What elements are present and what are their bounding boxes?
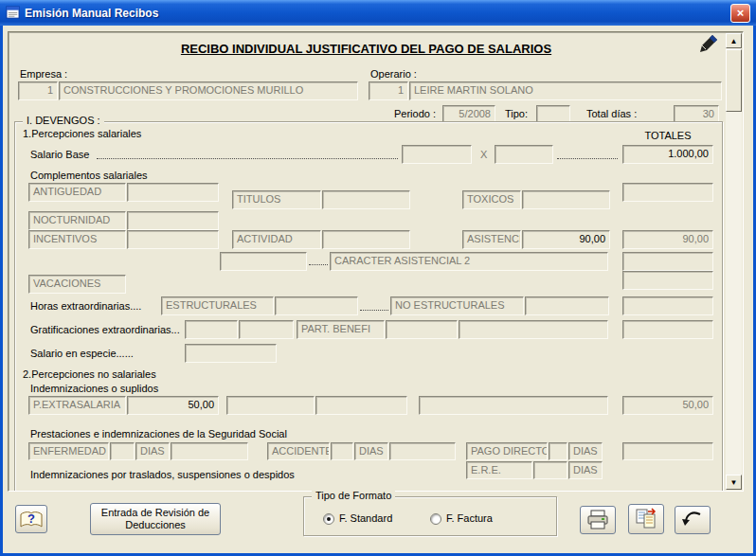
total-dias-label: Total días : [586,108,637,119]
revision-deducciones-button[interactable]: Entrada de Revisión de Deducciones [90,503,221,535]
part-benefi-label-box: PART. BENEFI [297,320,385,339]
periodo-field: 5/2008 [442,105,495,122]
devengos-legend: I. DEVENGOS : [23,115,104,126]
asistencia-label-box: ASISTENCIA [462,230,521,249]
percepciones-no-salariales-label: 2.Percepciones no salariales [23,368,156,380]
salario-base-total-field: 1.000,00 [622,145,713,164]
periodo-label: Periodo : [394,108,436,119]
print-button[interactable] [580,506,616,534]
extrasalarial-input[interactable]: 50,00 [127,396,219,415]
leader-dots [97,158,398,159]
no-estructurales-label-box: NO ESTRUCTURALES [390,296,524,315]
actividad-input[interactable] [322,230,410,249]
complementos-label: Complementos salariales [30,170,148,181]
asistencia-input[interactable]: 90,00 [522,230,610,249]
extrasalarial-input-2[interactable] [315,396,407,415]
radio-f-standard-label[interactable]: F. Standard [339,512,392,524]
scroll-down-button[interactable]: ▼ [726,475,742,490]
enfermedad-label-box: ENFERMEDAD [28,442,109,460]
form-panel: RECIBO INDIVIDUAL JUSTIFICATIVO DEL PAGO… [8,31,744,492]
devengos-group: I. DEVENGOS : 1.Percepciones salariales … [14,121,723,492]
ere-label-box: E.R.E. [466,461,532,479]
printer-icon [585,509,610,531]
leader-dots [309,264,328,265]
salario-base-multiply: X [480,149,487,160]
salario-especie-label: Salario en especie...... [30,348,134,359]
client-area: RECIBO INDIVIDUAL JUSTIFICATIVO DEL PAGO… [3,26,753,553]
toxicos-label-box: TOXICOS [462,190,521,209]
gratificaciones-total-field [622,320,713,339]
window-title: Emisión Manual Recibos [25,7,158,20]
export-copy-button[interactable] [628,504,664,534]
antiguedad-input[interactable] [127,183,219,202]
part-benefi-input[interactable] [386,320,458,339]
close-button[interactable]: × [730,4,750,23]
app-window: Emisión Manual Recibos × RECIBO INDIVIDU… [0,0,756,556]
nocturnidad-label-box: NOCTURNIDAD [28,211,126,230]
gratificaciones-label: Gratificaciones extraordinarias... [30,324,180,335]
operario-name-field: LEIRE MARTIN SOLANO [409,81,722,100]
copy-pages-icon [634,508,658,530]
tipo-formato-legend: Tipo de Formato [312,490,395,501]
enfermedad-dias-input[interactable] [171,442,248,460]
form-title: RECIBO INDIVIDUAL JUSTIFICATIVO DEL PAGO… [9,42,724,56]
vacaciones-total-field [622,271,713,290]
complementos-rowA-total-field [622,183,713,202]
scroll-up-button[interactable]: ▲ [726,33,742,48]
caracter-asistencial-total-field [622,252,713,271]
undo-button[interactable] [675,506,711,534]
salario-especie-input[interactable] [185,344,277,363]
undo-arrow-icon [680,510,705,530]
radio-f-factura[interactable] [430,513,441,525]
total-dias-field: 30 [674,105,719,122]
toxicos-input[interactable] [522,190,610,209]
gratificaciones-input-3[interactable] [459,320,608,339]
totales-header: TOTALES [622,130,713,141]
ere-input[interactable] [533,461,567,479]
extrasalarial-input-3[interactable] [419,396,608,415]
scrollbar-thumb[interactable] [726,49,742,112]
complementos-total-field: 90,00 [622,230,713,249]
indemnizaciones-suplidos-label: Indemnizaciones o suplidos [30,383,158,394]
empresa-code-field: 1 [18,81,58,100]
radio-f-standard[interactable] [323,513,334,525]
caracter-asistencial-label-box: CARACTER ASISTENCIAL 2 [330,252,608,271]
tipo-formato-group: Tipo de Formato F. Standard F. Factura [303,496,557,536]
salario-base-qty-field[interactable] [402,145,472,164]
pago-directo-input[interactable] [549,442,567,460]
accidente-dias-label-box: DIAS [354,442,388,460]
nocturnidad-input[interactable] [127,211,219,230]
leader-dots [360,310,388,311]
operario-label: Operario : [370,68,417,80]
titulos-label-box: TITULOS [232,190,321,209]
tipo-field [536,105,570,122]
actividad-label-box: ACTIVIDAD [232,230,321,249]
accidente-dias-input[interactable] [389,442,456,460]
accidente-input[interactable] [331,442,353,460]
incentivos-label-box: INCENTIVOS [28,230,126,249]
no-estructurales-input[interactable] [525,296,609,315]
estructurales-input[interactable] [275,296,358,315]
gratificaciones-input-1[interactable] [185,320,238,339]
titulos-input[interactable] [322,190,410,209]
help-button[interactable]: ? [15,505,47,533]
prestaciones-total-field [622,442,713,460]
enfermedad-input[interactable] [110,442,135,460]
vacaciones-label-box: VACACIONES [28,275,126,294]
svg-text:?: ? [27,511,35,526]
help-icon: ? [19,508,44,530]
extrasalarial-label-box-2 [226,396,315,415]
incentivos-input[interactable] [127,230,219,249]
caracter-asistencial-input[interactable] [220,252,307,271]
empresa-name-field: CONSTRUCCIONES Y PROMOCIONES MURILLO [59,81,358,100]
empresa-label: Empresa : [20,68,67,80]
horas-extra-total-field [622,296,713,315]
radio-f-factura-label[interactable]: F. Factura [446,512,493,524]
vertical-scrollbar[interactable]: ▲ ▼ [726,33,742,490]
estructurales-label-box: ESTRUCTURALES [161,296,274,315]
gratificaciones-input-2[interactable] [239,320,294,339]
title-bar[interactable]: Emisión Manual Recibos × [0,0,756,26]
percepciones-salariales-label: 1.Percepciones salariales [23,128,141,139]
salario-base-price-field[interactable] [495,145,553,164]
ere-dias-label-box: DIAS [568,461,603,479]
